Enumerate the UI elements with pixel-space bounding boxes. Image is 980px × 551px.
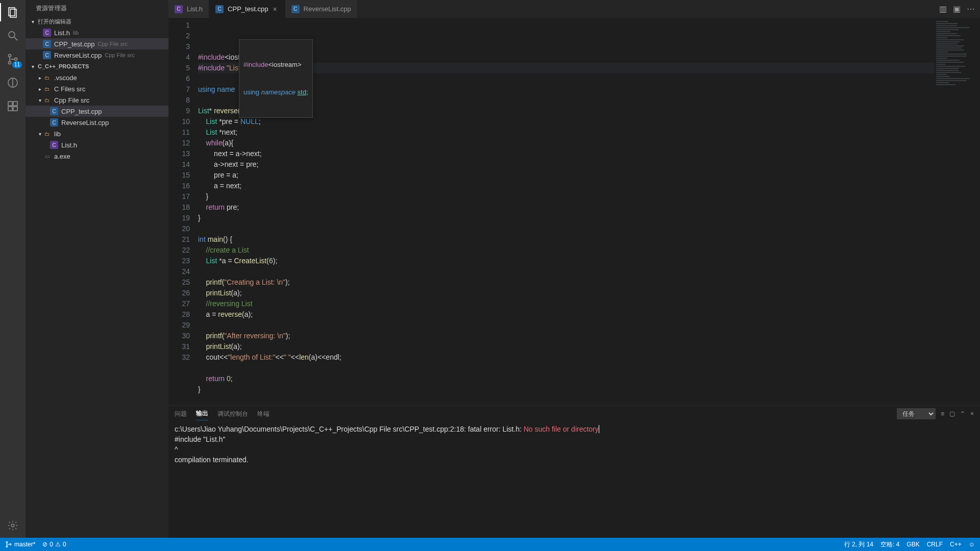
- panel-tab-3[interactable]: 终端: [257, 408, 270, 420]
- svg-point-6: [15, 58, 17, 61]
- tree-row[interactable]: ▸🗀C Files src: [26, 83, 168, 94]
- hover-tooltip: #include<iostream> using namespace std;: [239, 39, 313, 118]
- activity-bar: 11: [0, 0, 26, 538]
- tree-row[interactable]: CReverseList.cpp: [26, 117, 168, 128]
- status-cursor[interactable]: 行 2, 列 14: [844, 540, 873, 549]
- chevron-up-icon[interactable]: ⌃: [960, 410, 965, 417]
- search-icon[interactable]: [6, 29, 20, 43]
- panel-tab-0[interactable]: 问题: [175, 408, 187, 420]
- svg-point-2: [9, 32, 15, 38]
- panel-body[interactable]: c:\Users\Jiao Yuhang\Documents\Projects\…: [168, 422, 980, 538]
- output-panel: 问题输出调试控制台终端任务≡▢⌃× c:\Users\Jiao Yuhang\D…: [168, 405, 980, 538]
- tree-row[interactable]: ▾🗀lib: [26, 128, 168, 139]
- panel-tab-1[interactable]: 输出: [196, 407, 208, 420]
- line-gutter: 1234567891011121314151617181920212223242…: [168, 18, 197, 405]
- tab-CPP_test.cpp[interactable]: CCPP_test.cpp×: [209, 0, 285, 18]
- debug-icon[interactable]: [6, 76, 20, 90]
- svg-point-13: [11, 524, 14, 527]
- sidebar-title: 资源管理器: [26, 0, 168, 16]
- explorer-icon[interactable]: [6, 5, 20, 19]
- svg-rect-9: [8, 102, 12, 106]
- editor-area: CList.hCCPP_test.cpp×CReverseList.cpp▥▣⋯…: [168, 0, 980, 538]
- tree-row[interactable]: CCPP_test.cpp: [26, 106, 168, 117]
- svg-point-15: [6, 546, 8, 547]
- svg-line-3: [14, 37, 17, 40]
- close-icon[interactable]: ×: [272, 5, 279, 13]
- tree-row[interactable]: CReverseList.cppCpp File src: [26, 49, 168, 61]
- source-control-icon[interactable]: 11: [6, 52, 20, 66]
- svg-point-16: [10, 544, 11, 545]
- svg-point-4: [9, 55, 11, 57]
- sidebar: 资源管理器 ▾打开的编辑器CList.hlibCCPP_test.cppCpp …: [26, 0, 168, 538]
- svg-rect-11: [8, 107, 12, 111]
- settings-gear-icon[interactable]: [6, 518, 20, 533]
- tree-row[interactable]: ▾C_C++_PROJECTS: [26, 61, 168, 72]
- extensions-icon[interactable]: [6, 99, 20, 113]
- code-editor[interactable]: #include<iostream> using namespace std; …: [197, 18, 934, 405]
- tree-row[interactable]: CList.hlib: [26, 27, 168, 38]
- svg-point-14: [6, 541, 8, 543]
- open-icon[interactable]: ▢: [949, 410, 955, 417]
- status-eol[interactable]: CRLF: [927, 541, 943, 548]
- more-icon[interactable]: ⋯: [967, 4, 975, 14]
- tree-row[interactable]: CCPP_test.cppCpp File src: [26, 38, 168, 49]
- status-encoding[interactable]: GBK: [906, 541, 919, 548]
- layout-icon[interactable]: ▣: [953, 4, 961, 14]
- tree-row[interactable]: ▾打开的编辑器: [26, 16, 168, 27]
- split-editor-icon[interactable]: ▥: [939, 4, 947, 14]
- scm-badge: 11: [12, 61, 22, 68]
- task-dropdown[interactable]: 任务: [897, 408, 936, 419]
- status-lang[interactable]: C++: [950, 541, 962, 548]
- close-panel-icon[interactable]: ×: [970, 410, 974, 417]
- status-branch[interactable]: master*: [5, 541, 35, 548]
- tab-List.h[interactable]: CList.h: [168, 0, 209, 18]
- tree-row[interactable]: CList.h: [26, 139, 168, 151]
- status-bar: master* ⊘0 ⚠0 行 2, 列 14 空格: 4 GBK CRLF C…: [0, 538, 980, 551]
- tab-bar: CList.hCCPP_test.cpp×CReverseList.cpp▥▣⋯: [168, 0, 980, 18]
- svg-rect-10: [13, 102, 17, 106]
- status-feedback-icon[interactable]: ☺: [969, 541, 975, 548]
- tree-row[interactable]: ▸🗀.vscode: [26, 72, 168, 83]
- tree-row[interactable]: ▾🗀Cpp File src: [26, 94, 168, 106]
- svg-point-5: [9, 62, 11, 64]
- status-problems[interactable]: ⊘0 ⚠0: [42, 541, 66, 548]
- clear-icon[interactable]: ≡: [941, 410, 944, 417]
- panel-tab-bar: 问题输出调试控制台终端任务≡▢⌃×: [168, 406, 980, 422]
- tree-row[interactable]: ▭a.exe: [26, 151, 168, 162]
- panel-tab-2[interactable]: 调试控制台: [217, 408, 248, 420]
- status-spaces[interactable]: 空格: 4: [880, 540, 899, 549]
- minimap[interactable]: [934, 18, 980, 405]
- svg-rect-12: [13, 107, 17, 111]
- tab-ReverseList.cpp[interactable]: CReverseList.cpp: [285, 0, 358, 18]
